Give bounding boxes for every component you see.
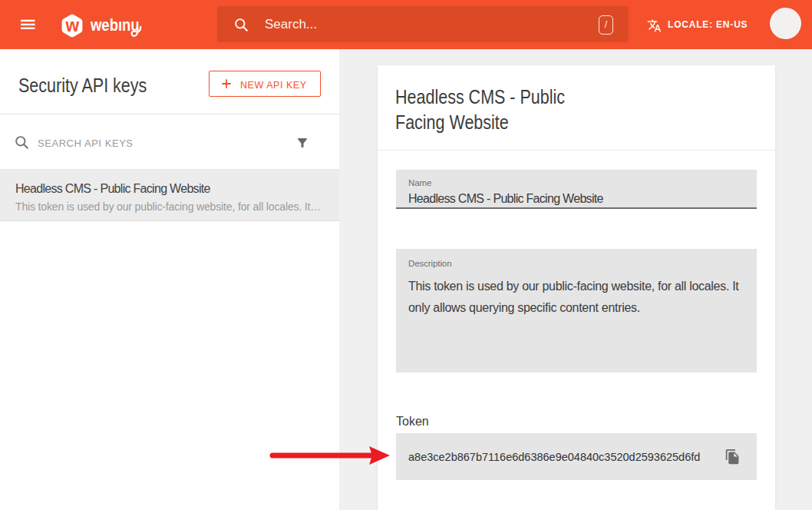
svg-text:w: w [65, 15, 80, 35]
